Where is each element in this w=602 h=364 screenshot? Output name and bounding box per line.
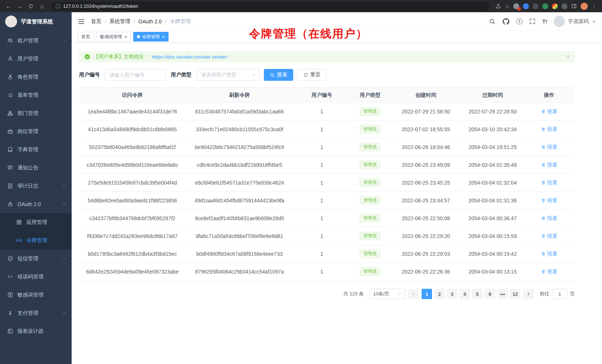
user-id-cell: 1 [293,245,350,263]
sidebar-item-menu[interactable]: 菜单管理 [0,86,72,104]
search-icon[interactable] [489,18,495,25]
tab-close-icon[interactable]: × [124,34,127,39]
page-button[interactable]: 4 [459,289,470,299]
refresh-token-cell: cdfc4ce9c2da4bb1bdf21b9918ff4be5 [186,156,293,174]
user-menu[interactable]: 芋道源码 [554,16,596,27]
created-time-cell: 2022-06-26 18:04:46 [390,138,462,156]
force-logout-button[interactable]: 强退 [541,108,557,115]
sidebar-menu: 租户管理用户管理角色管理菜单管理部门管理岗位管理字典管理通知公告审计日志OAut… [0,31,72,340]
bookmark-star-icon[interactable]: ☆ [505,3,510,9]
sidebar-item-notice[interactable]: 通知公告 [0,159,72,177]
page-button[interactable]: 2 [434,289,445,299]
help-icon[interactable]: ? [516,18,523,24]
extension-icon[interactable] [552,3,558,9]
tab[interactable]: 首页 [78,32,94,42]
page-button[interactable]: 6 [485,289,495,299]
page-button[interactable]: 5 [472,289,482,299]
sidebar-item-oauth2[interactable]: OAuth 2.0 [0,195,72,213]
sidebar-item-error-code[interactable]: 错误码管理 [0,268,72,286]
forward-icon[interactable]: → [15,1,24,11]
sidebar-item-pay[interactable]: 支付管理 [0,304,72,322]
browser-profile-avatar[interactable] [580,3,588,10]
url-bar[interactable]: i 127.0.0.1:1024/system/oauth2/token [51,2,490,11]
search-icon [270,73,275,77]
sidebar-item-post[interactable]: 岗位管理 [0,122,72,140]
alert-link[interactable]: https://doc.iocoder.cn/user-center/ [152,54,228,60]
extension-icon[interactable] [562,3,567,9]
back-icon[interactable]: ← [4,1,13,11]
goto-page-unit: 页 [570,291,575,297]
chevron-down-icon [251,73,256,77]
reload-icon[interactable] [26,1,36,11]
font-size-icon[interactable]: TT [542,18,547,24]
refresh-token-cell: e6cfd40eb1f54571a31e775e039c4624 [186,174,293,192]
force-logout-button[interactable]: 强退 [541,251,557,257]
force-logout-button[interactable]: 强退 [541,215,557,222]
force-logout-button[interactable]: 强退 [541,268,557,275]
github-icon[interactable] [502,18,510,25]
breadcrumb-item[interactable]: 系统管理 [109,18,130,25]
annotation-text: 令牌管理（在线用户） [249,26,368,42]
extension-icon[interactable] [523,3,529,9]
sidebar-item-dept[interactable]: 部门管理 [0,104,72,122]
sidebar-item-user[interactable]: 用户管理 [0,50,72,68]
sidebar-item-sensitive-word[interactable]: 敏感词管理 [0,286,72,304]
prev-page-button[interactable] [408,289,419,299]
user-type-cell: 管理员 [350,192,390,209]
alert-close-icon[interactable]: × [566,53,570,60]
user-type-cell: 管理员 [350,209,390,227]
tab-close-icon[interactable]: × [162,34,165,39]
page-size-select[interactable]: 10条/页 [370,289,405,299]
force-logout-button[interactable]: 强退 [541,144,557,150]
sidebar-item-report[interactable]: 报表设计器 [0,322,72,340]
reset-button[interactable]: 重置 [297,69,327,81]
extension-icon[interactable] [542,3,548,9]
page-button[interactable]: 3 [447,289,457,299]
user-id-input[interactable] [105,69,166,81]
tree-icon [7,110,13,116]
user-type-cell: 管理员 [350,174,390,192]
hamburger-icon[interactable] [78,18,85,25]
word-icon [7,292,13,298]
browser-menu-icon[interactable]: ⋮ [592,3,597,9]
page-ellipsis[interactable]: ••• [497,289,508,299]
page-button[interactable]: 12 [510,289,520,299]
sidebar-item-oauth2-app[interactable]: 应用管理 [0,213,72,231]
tab[interactable]: 敏感词管理× [96,32,131,42]
home-icon[interactable]: ⌂ [37,1,47,11]
tab[interactable]: 令牌管理× [133,32,169,42]
extension-badge [517,7,521,10]
share-icon[interactable] [495,3,501,9]
side-panel-icon[interactable] [571,3,577,9]
site-info-icon[interactable]: i [56,4,60,9]
sidebar-item-audit-log[interactable]: 审计日志 [0,177,72,195]
breadcrumb-item[interactable]: OAuth 2.0 [138,19,162,24]
force-logout-button[interactable]: 强退 [541,233,557,239]
sidebar-item-tenant[interactable]: 租户管理 [0,32,72,50]
force-logout-button[interactable]: 强退 [541,179,557,186]
report-icon [7,328,13,334]
next-page-button[interactable] [523,289,534,299]
sidebar-item-oauth2-token[interactable]: 令牌管理 [0,231,72,249]
sidebar-item-dict[interactable]: 字典管理 [0,140,72,159]
sidebar-item-role[interactable]: 角色管理 [0,68,72,86]
table-row: 275e5de9151045fe87cbdc395e004f4de6cfd40e… [79,174,575,192]
goto-page-input[interactable] [552,289,567,299]
force-logout-button[interactable]: 强退 [541,162,557,168]
force-logout-button[interactable]: 强退 [541,126,557,133]
column-header: 用户类型 [350,88,390,103]
user-type-select[interactable]: 请选择用户类型 [196,69,259,81]
page-button[interactable]: 1 [422,289,432,299]
user-id-cell: 1 [293,156,350,174]
sidebar-item-sms[interactable]: 短信管理 [0,249,72,268]
user-type-badge: 管理员 [360,267,380,276]
column-header: 操作 [523,88,575,103]
breadcrumb-item[interactable]: 首页 [91,18,101,25]
extension-icon[interactable] [513,3,519,9]
search-button[interactable]: 搜索 [264,69,293,81]
user-id-cell: 1 [293,263,350,281]
fullscreen-icon[interactable] [529,18,536,24]
force-logout-button[interactable]: 强退 [541,197,557,204]
chevron-right-icon [526,292,531,296]
extension-icon[interactable] [533,3,539,9]
